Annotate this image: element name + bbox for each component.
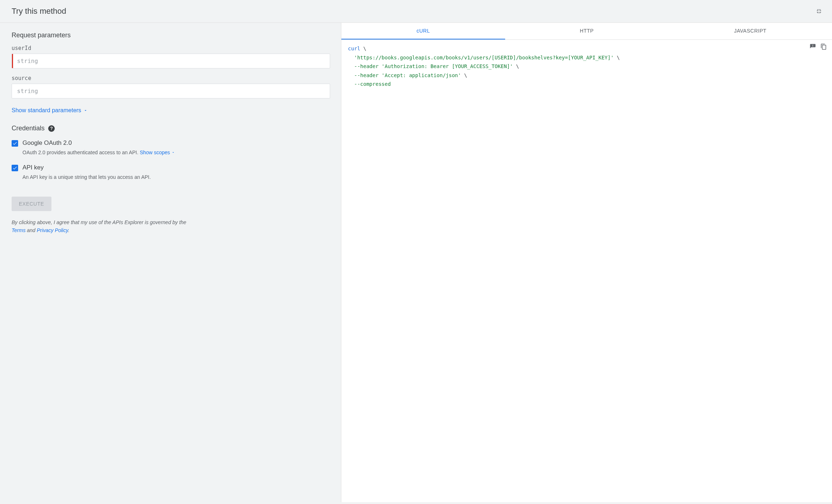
disclaimer-and: and: [25, 227, 37, 233]
show-scopes-link[interactable]: Show scopes: [140, 150, 175, 155]
param-label-source: source: [12, 75, 330, 81]
code-token: --header: [354, 72, 378, 78]
code-token: \: [461, 72, 467, 78]
help-icon[interactable]: ?: [48, 125, 55, 132]
fullscreen-exit-icon[interactable]: [815, 7, 823, 16]
code-token: 'Accept: application/json': [379, 72, 461, 78]
copy-icon[interactable]: [820, 43, 827, 50]
code-token: 'https://books.googleapis.com/books/v1/u…: [354, 55, 613, 60]
apikey-checkbox[interactable]: [12, 165, 18, 171]
chevron-down-icon: [171, 151, 175, 154]
code-token: curl: [348, 46, 360, 51]
credentials-title: Credentials: [12, 125, 45, 132]
oauth-checkbox[interactable]: [12, 140, 18, 147]
code-token: --compressed: [354, 81, 391, 87]
request-params-title: Request parameters: [12, 32, 330, 39]
show-standard-params-label: Show standard parameters: [12, 107, 81, 114]
param-input-wrap-source: [12, 84, 330, 98]
disclaimer: By clicking above, I agree that my use o…: [12, 218, 196, 235]
tab-javascript[interactable]: JAVASCRIPT: [669, 23, 832, 39]
userid-input[interactable]: [12, 54, 330, 68]
chevron-down-icon: [83, 108, 88, 113]
privacy-link[interactable]: Privacy Policy: [37, 227, 68, 233]
show-scopes-label: Show scopes: [140, 150, 170, 155]
show-standard-params-link[interactable]: Show standard parameters: [12, 107, 88, 114]
code-token: \: [614, 55, 620, 60]
code-token: --header: [354, 63, 378, 69]
disclaimer-prefix: By clicking above, I agree that my use o…: [12, 219, 186, 225]
apikey-desc: An API key is a unique string that lets …: [22, 174, 330, 180]
right-panel: cURL HTTP JAVASCRIPT curl \ 'https://boo…: [341, 23, 832, 502]
tab-http[interactable]: HTTP: [505, 23, 669, 39]
param-label-userid: userId: [12, 45, 330, 51]
disclaimer-suffix: .: [68, 227, 70, 233]
page-title: Try this method: [12, 7, 66, 16]
param-input-wrap-userid: [12, 54, 330, 68]
code-token: \: [360, 46, 366, 51]
report-issue-icon[interactable]: [810, 43, 816, 50]
header: Try this method: [0, 0, 832, 23]
apikey-label: API key: [22, 164, 44, 171]
tab-curl[interactable]: cURL: [341, 23, 505, 39]
execute-button[interactable]: EXECUTE: [12, 197, 51, 211]
code-token: 'Authorization: Bearer [YOUR_ACCESS_TOKE…: [379, 63, 513, 69]
terms-link[interactable]: Terms: [12, 227, 25, 233]
code-tabs: cURL HTTP JAVASCRIPT: [341, 23, 832, 40]
oauth-desc-text: OAuth 2.0 provides authenticated access …: [22, 150, 140, 155]
left-panel: Request parameters userId source Show st…: [0, 23, 341, 502]
oauth-desc: OAuth 2.0 provides authenticated access …: [22, 150, 330, 155]
code-sample: curl \ 'https://books.googleapis.com/boo…: [341, 40, 832, 502]
code-token: \: [513, 63, 519, 69]
source-input[interactable]: [12, 84, 330, 98]
oauth-label: Google OAuth 2.0: [22, 139, 72, 147]
